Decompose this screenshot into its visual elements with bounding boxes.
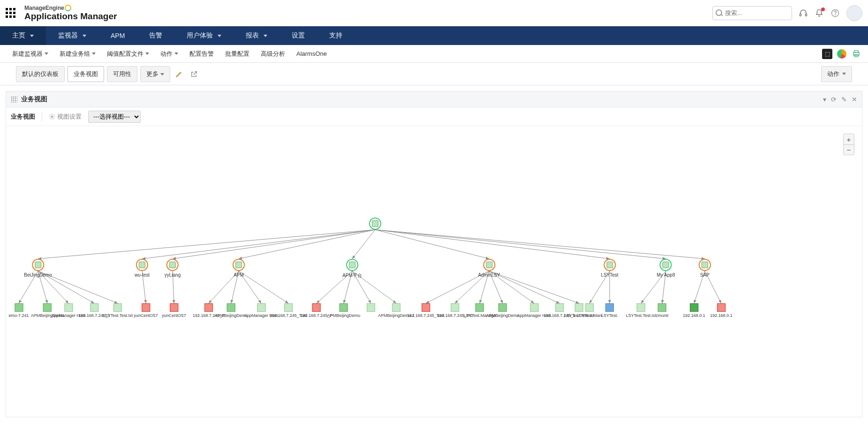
svg-line-16 (375, 230, 705, 259)
nav-主页[interactable]: 主页 (0, 26, 46, 45)
subnav-配置告警[interactable]: 配置告警 (184, 50, 219, 58)
topology-leaf[interactable]: emo-7.241 (8, 303, 29, 318)
brand-company: ManageEngine (24, 5, 64, 11)
topology-leaf[interactable]: APMBeijingDemo (486, 303, 520, 318)
topology-node[interactable]: LSYTest (601, 259, 618, 278)
view-settings-button[interactable]: 视图设置 (49, 113, 82, 121)
nav-监视器[interactable]: 监视器 (46, 26, 98, 45)
svg-rect-0 (800, 14, 801, 16)
tab-business-view[interactable]: 业务视图 (68, 66, 104, 82)
nav-支持[interactable]: 支持 (317, 26, 355, 45)
svg-line-27 (239, 271, 288, 303)
node-label: APM (233, 272, 245, 278)
topology-leaf[interactable]: yunCentOS7 (162, 303, 186, 318)
topology-node[interactable]: APM平台 (342, 259, 362, 279)
apps-grid-icon[interactable] (6, 8, 16, 18)
svg-point-3 (835, 15, 836, 15)
panel-toolbar: 业务视图 视图设置 ---选择视图--- (6, 107, 862, 126)
subnav-阈值配置文件[interactable]: 阈值配置文件 (101, 50, 155, 58)
help-icon[interactable] (830, 8, 840, 18)
topology-leaf[interactable]: APMBeijingDemo (215, 303, 248, 318)
bell-icon[interactable] (815, 8, 824, 18)
leaf-label: 192.168.0.1 (710, 313, 732, 318)
grip-icon[interactable] (11, 96, 17, 103)
subnav-批量配置[interactable]: 批量配置 (219, 50, 255, 58)
leaf-label: yunCentOS7 (162, 313, 186, 318)
topology-leaf[interactable]: LSYTest.Mani (576, 303, 603, 318)
business-view-panel: 业务视图 ▾ ⟳ ✎ ✕ 业务视图 视图设置 ---选择视图--- + − (6, 91, 862, 417)
node-label: BeiJingDemo (24, 272, 52, 278)
topology-leaf[interactable]: zmonit (656, 303, 669, 318)
camera-icon[interactable]: ⬚ (822, 49, 832, 59)
avatar[interactable] (846, 5, 862, 21)
tab-more[interactable]: 更多 (140, 66, 170, 82)
topology-node[interactable] (369, 218, 381, 231)
leaf-label: APMBeijingDemo (215, 313, 248, 318)
search-input[interactable] (712, 6, 792, 20)
nav-报表[interactable]: 报表 (234, 26, 279, 45)
header-band: ManageEngine Applications Manager (0, 0, 868, 26)
view-select[interactable]: ---选择视图--- (88, 111, 141, 123)
subnav-高级分析[interactable]: 高级分析 (255, 50, 291, 58)
topology-node[interactable]: AdminLSY (478, 259, 500, 278)
main-nav: 主页监视器APM告警用户体验报表设置支持 (0, 26, 868, 45)
leaf-label: APMBeijingDemo (486, 313, 520, 318)
node-label: AdminLSY (478, 272, 500, 278)
headset-icon[interactable] (799, 8, 808, 18)
topology-leaf[interactable]: 192.168.0.1 (710, 303, 732, 318)
topology-leaf[interactable]: APMBeijingDemo (327, 303, 361, 318)
leaf-label: 192.168.0.1 (683, 313, 705, 318)
topology-node[interactable]: wu-test (135, 259, 150, 278)
close-icon[interactable]: ✕ (852, 96, 857, 103)
divider (42, 113, 42, 121)
subnav-动作[interactable]: 动作 (155, 50, 184, 58)
printer-icon[interactable] (851, 49, 861, 59)
edit-icon[interactable] (173, 68, 185, 80)
svg-rect-1 (806, 14, 807, 16)
topology-node[interactable]: yyLiang (165, 259, 181, 278)
subnav-AlarmsOne[interactable]: AlarmsOne (291, 50, 332, 57)
action-dropdown[interactable]: 动作 (821, 66, 852, 82)
leaf-label: yunCentOS7 (134, 313, 158, 318)
nav-设置[interactable]: 设置 (279, 26, 317, 45)
refresh-icon[interactable]: ⟳ (831, 96, 837, 103)
tab-default-dashboard[interactable]: 默认的仪表板 (16, 66, 65, 82)
search-icon (716, 9, 722, 16)
collapse-icon[interactable]: ▾ (823, 96, 826, 103)
topology-leaf[interactable]: LSYTest.Test.txt (103, 303, 133, 318)
topology-node[interactable]: SAP (699, 259, 711, 278)
topology-node[interactable]: APM (233, 259, 245, 278)
pie-chart-icon[interactable] (837, 49, 846, 59)
topology-leaf[interactable]: 192.168.0.1 (683, 303, 705, 318)
leaf-label: LSYTest. (601, 313, 618, 318)
subnav-新建业务组[interactable]: 新建业务组 (54, 50, 101, 58)
node-label: APM平台 (342, 272, 362, 279)
topology-leaf[interactable]: yunCentOS7 (134, 303, 158, 318)
node-label: SAP (699, 272, 711, 278)
zoom-in-button[interactable]: + (844, 134, 854, 144)
leaf-label: LSYTest.Mani (576, 313, 603, 318)
search-wrap (712, 6, 792, 20)
view-settings-label: 视图设置 (57, 113, 82, 121)
nav-APM[interactable]: APM (98, 26, 137, 45)
topology-leaf[interactable]: LSYTest.Test.txt (626, 303, 657, 318)
topology-leaf[interactable] (367, 303, 375, 313)
topology-leaf[interactable]: LSYTest. (601, 303, 618, 318)
zoom-out-button[interactable]: − (844, 144, 854, 155)
edit-panel-icon[interactable]: ✎ (841, 96, 847, 103)
topology-node[interactable]: My App8 (657, 259, 675, 278)
nav-用户体验[interactable]: 用户体验 (174, 26, 234, 45)
svg-line-8 (38, 230, 375, 259)
topology-node[interactable]: BeiJingDemo (24, 259, 52, 278)
subnav-新建监视器[interactable]: 新建监视器 (7, 50, 54, 58)
tab-availability[interactable]: 可用性 (107, 66, 137, 82)
sub-nav: 新建监视器新建业务组阈值配置文件动作配置告警批量配置高级分析AlarmsOne … (0, 45, 868, 63)
topology-canvas[interactable]: + − BeiJingDemowu-testyyLiangAPMAPM平台Adm… (6, 126, 862, 417)
nav-告警[interactable]: 告警 (137, 26, 174, 45)
node-label: My App8 (657, 272, 675, 278)
svg-line-10 (173, 230, 375, 259)
external-link-icon[interactable] (188, 68, 200, 80)
node-label: yyLiang (165, 272, 181, 278)
brand: ManageEngine Applications Manager (24, 5, 117, 22)
brand-product: Applications Manager (24, 11, 117, 22)
